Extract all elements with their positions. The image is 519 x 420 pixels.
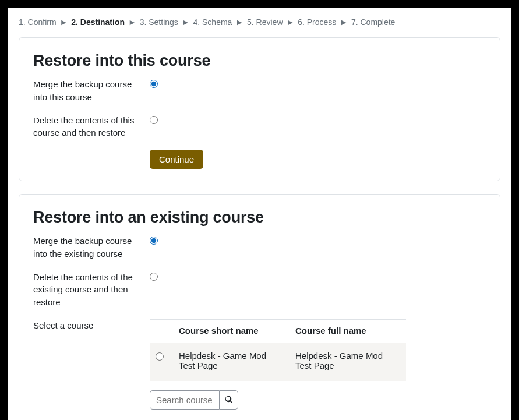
arrow-icon: ► [128,17,136,27]
section-heading: Restore into an existing course [33,209,486,227]
step-confirm: 1. Confirm [19,17,57,27]
cell-shortname: Helpdesk - Game Mod Test Page [173,343,289,381]
step-complete: 7. Complete [351,17,395,27]
delete-this-radio[interactable] [150,116,158,124]
merge-this-label: Merge the backup course into this course [33,78,150,104]
course-select-radio[interactable] [156,352,164,361]
search-icon [225,396,233,404]
cell-fullname: Helpdesk - Game Mod Test Page [289,343,406,381]
step-review: 5. Review [247,17,283,27]
stepper: 1. Confirm ► 2. Destination ► 3. Setting… [19,17,500,27]
col-fullname: Course full name [289,319,406,343]
arrow-icon: ► [286,17,294,27]
select-course-label: Select a course [33,319,150,332]
step-process: 6. Process [298,17,336,27]
merge-existing-label: Merge the backup course into the existin… [33,235,150,260]
delete-existing-label: Delete the contents of the existing cour… [33,271,150,309]
course-table: Course short name Course full name Helpd… [150,319,406,381]
delete-this-label: Delete the contents of this course and t… [33,114,150,140]
restore-existing-course-card: Restore into an existing course Merge th… [19,194,500,420]
step-schema: 4. Schema [193,17,232,27]
col-shortname: Course short name [173,319,289,343]
restore-this-course-card: Restore into this course Merge the backu… [19,37,500,181]
arrow-icon: ► [340,17,348,27]
search-courses-input[interactable] [150,390,220,410]
continue-this-button[interactable]: Continue [150,150,203,169]
section-heading: Restore into this course [33,52,486,70]
step-destination: 2. Destination [71,17,125,27]
step-settings: 3. Settings [140,17,178,27]
arrow-icon: ► [59,17,68,27]
search-button[interactable] [220,390,238,410]
arrow-icon: ► [235,17,243,27]
delete-existing-radio[interactable] [150,273,158,281]
arrow-icon: ► [182,17,190,27]
merge-existing-radio[interactable] [150,237,158,245]
merge-this-radio[interactable] [150,80,158,88]
table-row: Helpdesk - Game Mod Test Page Helpdesk -… [150,343,406,381]
